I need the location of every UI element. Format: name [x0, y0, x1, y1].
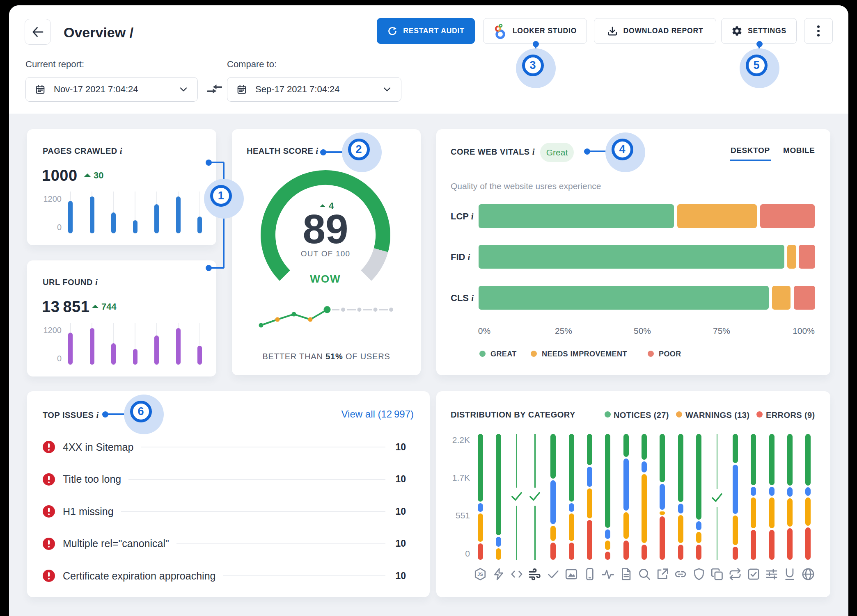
- svg-text:JS: JS: [477, 572, 483, 577]
